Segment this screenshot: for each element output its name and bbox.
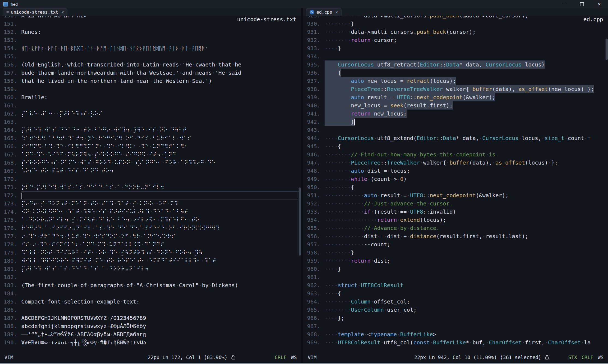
code-line[interactable]: 966.····}; bbox=[303, 314, 608, 322]
code-line[interactable]: 931.········data->multi_cursors.push_bac… bbox=[303, 28, 608, 36]
code-line[interactable]: 953.············if·(result·==·UTF8::inva… bbox=[303, 208, 608, 216]
minimize-button[interactable] bbox=[556, 0, 573, 8]
code-line[interactable]: 170. bbox=[0, 175, 301, 183]
code-line[interactable]: 163. bbox=[0, 118, 301, 126]
code-line[interactable]: 190.∀∂∈ℝ∧∪≡∞·↑↗↨↻⇣·┐┼╔╘░►☺♀·ﬁ�⑀₂ἠḂӥẄɐː⍎א… bbox=[0, 338, 301, 347]
code-line[interactable]: 947.········PieceTree::TreeWalker·walker… bbox=[303, 159, 608, 167]
code-line[interactable]: 153. bbox=[0, 36, 301, 44]
code-line[interactable]: 929.············data->multi_cursors.push… bbox=[303, 16, 608, 20]
title-bar[interactable]: fred × bbox=[0, 0, 608, 8]
code-line[interactable]: 178.⠊⠎·⠔·⠹⠑·⠎⠊⠍⠊⠇⠑⠆·⠁⠝⠙·⠍⠹·⠥⠝⠙⠁⠇⠇⠪⠫·⠙⠁⠝⠙… bbox=[0, 240, 301, 248]
code-line[interactable]: 965.········UserColumn·user_col; bbox=[303, 306, 608, 314]
code-line[interactable]: 161. bbox=[0, 101, 301, 110]
scrollbar-thumb[interactable] bbox=[299, 187, 301, 256]
code-line[interactable]: 967. bbox=[303, 322, 608, 330]
code-line[interactable]: 960.····} bbox=[303, 265, 608, 273]
line-text: ············if·(result·==·UTF8::invalid) bbox=[325, 208, 456, 216]
code-line[interactable]: 948.········auto·dist·=·locus; bbox=[303, 167, 608, 175]
code-line[interactable]: 189.–—‘“”„†•…‰™œŠŸž€·ΑΒΓΔΩαβγδω·АБВГДабв… bbox=[0, 330, 301, 338]
code-line[interactable]: 187.ABCDEFGHIJKLMNOPQRSTUVWXYZ·/01234567… bbox=[0, 314, 301, 322]
code-line[interactable]: 183.(The·first·couple·of·paragraphs·of·"… bbox=[0, 281, 301, 289]
code-line[interactable]: 968.····template·<typename·BufferLike> bbox=[303, 330, 608, 338]
code-line[interactable]: 930.········} bbox=[303, 20, 608, 28]
code-line[interactable]: 934. bbox=[303, 52, 608, 60]
code-line[interactable]: 158.that·he·lived·in·the·northern·land·n… bbox=[0, 77, 301, 85]
code-line[interactable]: 941.········return·new_locus; bbox=[303, 110, 608, 118]
code-line[interactable]: 184. bbox=[0, 289, 301, 298]
code-line[interactable]: 152.Runes: bbox=[0, 28, 301, 36]
tab-close-icon[interactable]: × bbox=[61, 10, 64, 15]
maximize-button[interactable] bbox=[573, 0, 591, 8]
code-line[interactable]: 164.⡍⠜⠇⠑⠹·⠺⠁⠎·⠙⠑⠁⠙⠒·⠞⠕·⠃⠑⠛⠔·⠺⠊⠹⠲·⡹⠻⠑·⠊⠎·… bbox=[0, 126, 301, 134]
code-line[interactable]: 177.⠔·⠹⠑·⠞⠗⠁⠙⠑⠲·⡃⠥⠞·⠹⠑·⠺⠊⠎⠙⠕⠍·⠕⠋·⠳⠗·⠁⠝⠊⠑… bbox=[0, 232, 301, 240]
code-line[interactable]: 179.⠩⠁⠇⠇·⠝⠕⠞·⠙⠊⠌⠥⠗⠃·⠊⠞⠂·⠕⠗·⠹⠑·⡊⠳⠝⠞⠗⠹⠰⠎·⠙… bbox=[0, 248, 301, 257]
code-line[interactable]: 964.········Column·offset_col; bbox=[303, 298, 608, 306]
code-line[interactable]: 154.ᚻᛖ·ᚳᚹᚫᚦ·ᚦᚫᛏ·ᚻᛖ·ᛒᚢᛞᛖ·ᚩᚾ·ᚦᚫᛗ·ᛚᚪᚾᛞᛖ·ᚾᚩᚱ… bbox=[0, 44, 301, 52]
code-line[interactable]: 182. bbox=[0, 273, 301, 281]
code-line[interactable]: 951.············auto·result·=·UTF8::next… bbox=[303, 191, 608, 199]
code-line[interactable]: 958.········} bbox=[303, 248, 608, 257]
code-line[interactable]: 157.bude·thaem·lande·northweardum·with·t… bbox=[0, 69, 301, 77]
code-line[interactable]: 952.············//·Just·advance·the·curs… bbox=[303, 199, 608, 208]
code-line[interactable]: 942.········} bbox=[303, 118, 608, 126]
code-line[interactable]: 955.············//·Advance·by·distance. bbox=[303, 224, 608, 232]
code-token: { bbox=[338, 69, 341, 76]
code-line[interactable]: 165.⠱⠁⠞⠑⠧⠻·⠁⠃⠳⠞·⠹⠁⠞⠲·⡹⠑·⠗⠑⠛⠊⠌⠻·⠕⠋·⠙⠊⠎·⠃⠥… bbox=[0, 134, 301, 142]
code-line[interactable]: 961. bbox=[303, 273, 608, 281]
code-line[interactable]: 935.····CursorLocus·utf8_retract(Editor:… bbox=[303, 60, 608, 69]
editor-content[interactable]: 929.············data->multi_cursors.push… bbox=[303, 16, 608, 351]
code-line[interactable]: 162.⡌⠁⠧⠑·⠼⠁⠒··⡍⠜⠇⠑⠹⠰⠎·⡣⠕⠌ bbox=[0, 110, 301, 118]
scrollbar-thumb[interactable] bbox=[606, 39, 608, 60]
code-line[interactable]: 180.⠺⠊⠇⠇·⠹⠻⠑⠋⠕⠗⠑·⠏⠻⠍⠊⠞·⠍⠑·⠞⠕·⠗⠑⠏⠑⠁⠞⠂·⠑⠍⠏… bbox=[0, 257, 301, 265]
code-line[interactable]: 943. bbox=[303, 126, 608, 134]
code-line[interactable]: 188.abcdefghijklmnopqrstuvwxyz·£©µÀÆÖÞßé… bbox=[0, 322, 301, 330]
code-line[interactable]: 169.⠡⠕⠎⠑·⠞⠕·⠏⠥⠞·⠙⠊⠎·⠙⠁⠝⠙·⠞⠕⠲ bbox=[0, 167, 301, 175]
code-line[interactable]: 172. bbox=[0, 191, 301, 199]
code-line[interactable]: 175.⠁·⠙⠕⠕⠗⠤⠝⠁⠊⠇⠲·⡊·⠍⠊⠣⠞·⠙⠁⠧⠑·⠃⠑⠲·⠔⠊⠇⠔⠫⠂·… bbox=[0, 216, 301, 224]
whitespace-dot: · bbox=[325, 282, 328, 289]
code-line[interactable]: 963.····{ bbox=[303, 289, 608, 298]
whitespace-dot: · bbox=[334, 208, 338, 215]
tab-unicode-stress[interactable]: ≡ unicode-stress.txt × bbox=[3, 8, 67, 16]
code-line[interactable]: 160.Braille: bbox=[0, 93, 301, 101]
code-line[interactable]: 932.········return·cursor; bbox=[303, 36, 608, 44]
code-line[interactable]: 959.········return·dist; bbox=[303, 257, 608, 265]
code-line[interactable]: 174.⠪⠝·⠅⠝⠪⠇⠫⠛⠑⠂·⠱⠁⠞·⠹⠻⠑·⠊⠎·⠏⠜⠞⠊⠊⠥⠇⠜⠇⠹·⠙⠑… bbox=[0, 208, 301, 216]
code-line[interactable]: 168.⡎⠊⠗⠕⠕⠛⠑⠰⠎·⠝⠁⠍⠑·⠺⠁⠎·⠛⠕⠕⠙·⠥⠏⠕⠝·⠰⡡⠁⠝⠛⠑⠂… bbox=[0, 159, 301, 167]
editor-content[interactable]: 150.Ἄ·ἸΩ·ἬΤΤΛ-ἈΘ·ὮΤΤ·ἬΕ»151.152.Runes:15… bbox=[0, 16, 301, 351]
code-line[interactable]: 945.····{ bbox=[303, 142, 608, 150]
tab-ed-cpp[interactable]: C+ ed.cpp × bbox=[306, 8, 342, 16]
tab-close-icon[interactable]: × bbox=[336, 10, 338, 15]
code-line[interactable]: 940.········new_locus·=·seek(result.firs… bbox=[303, 101, 608, 110]
code-line[interactable]: 159. bbox=[0, 85, 301, 93]
code-line[interactable]: 186. bbox=[0, 306, 301, 314]
code-line[interactable]: 167.⠁⠝⠙·⠹⠑·⠡⠊⠑⠋·⠍⠳⠗⠝⠻⠲·⡎⠊⠗⠕⠕⠛⠑·⠎⠊⠛⠝⠫·⠊⠞⠲… bbox=[0, 150, 301, 159]
code-line[interactable]: 969.····UTF8ColResult·utf8_col(const·Buf… bbox=[303, 338, 608, 347]
code-line[interactable]: 155. bbox=[0, 52, 301, 60]
code-line[interactable]: 946.········//·Find·out·how·many·bytes·t… bbox=[303, 150, 608, 159]
scrollbar[interactable] bbox=[298, 16, 301, 351]
scrollbar[interactable] bbox=[605, 16, 608, 351]
code-line[interactable]: 185.Compact·font·selection·example·text: bbox=[0, 298, 301, 306]
code-line[interactable]: 939.········auto·result·=·UTF8::next_cod… bbox=[303, 93, 608, 101]
code-line[interactable]: 949.········while·(count·>·0) bbox=[303, 175, 608, 183]
code-line[interactable]: 937.········auto·new_locus·=·retract(loc… bbox=[303, 77, 608, 85]
code-line[interactable]: 933.····} bbox=[303, 44, 608, 52]
code-line[interactable]: 938.········PieceTree::ReverseTreeWalker… bbox=[303, 85, 608, 93]
close-button[interactable]: × bbox=[591, 0, 608, 8]
code-line[interactable]: 950.········{ bbox=[303, 183, 608, 191]
code-line[interactable]: 171.⡕⠇⠙·⡍⠜⠇⠑⠹·⠺⠁⠎·⠁⠎·⠙⠑⠁⠙·⠁⠎·⠁·⠙⠕⠕⠗⠤⠝⠁⠊⠇… bbox=[0, 183, 301, 191]
code-line[interactable]: 956.············dist·=·dist·+·distance(r… bbox=[303, 232, 608, 240]
code-line[interactable]: 954.················return·extend(locus)… bbox=[303, 216, 608, 224]
code-line[interactable]: 156.(Old·English,·which·transcribed·into… bbox=[0, 60, 301, 69]
code-line[interactable]: 176.⠗⠑⠛⠜⠙·⠁·⠊⠕⠋⠋⠔⠤⠝⠁⠊⠇·⠁⠎·⠹⠑·⠙⠑⠁⠙⠑⠌·⠏⠊⠑⠊… bbox=[0, 224, 301, 232]
pane-separator[interactable] bbox=[301, 8, 303, 363]
code-line[interactable]: 962.····struct·UTF8ColResult bbox=[303, 281, 608, 289]
code-line[interactable]: 166.⠎⠊⠛⠝⠫·⠃⠹·⠹⠑·⠊⠇⠻⠛⠹⠍⠁⠝⠂·⠹⠑·⠊⠇⠻⠅⠂·⠹⠑·⠥⠝… bbox=[0, 142, 301, 150]
whitespace-dot: · bbox=[328, 298, 331, 305]
code-line[interactable]: 936.····{ bbox=[303, 69, 608, 77]
code-line[interactable]: 957.············--count; bbox=[303, 240, 608, 248]
code-line[interactable]: 944.····CursorLocus·utf8_extend(Editor::… bbox=[303, 134, 608, 142]
code-line[interactable]: 181.⡍⠜⠇⠑⠹·⠺⠁⠎·⠁⠎·⠙⠑⠁⠙·⠁⠎·⠁·⠙⠕⠕⠗⠤⠝⠁⠊⠇⠲ bbox=[0, 265, 301, 273]
code-line[interactable]: 173.⡍⠔⠙⠖·⡊·⠙⠕⠝⠰⠞·⠍⠑⠁⠝·⠞⠕·⠎⠁⠹·⠹⠁⠞·⡊·⠅⠝⠪⠂·… bbox=[0, 199, 301, 208]
